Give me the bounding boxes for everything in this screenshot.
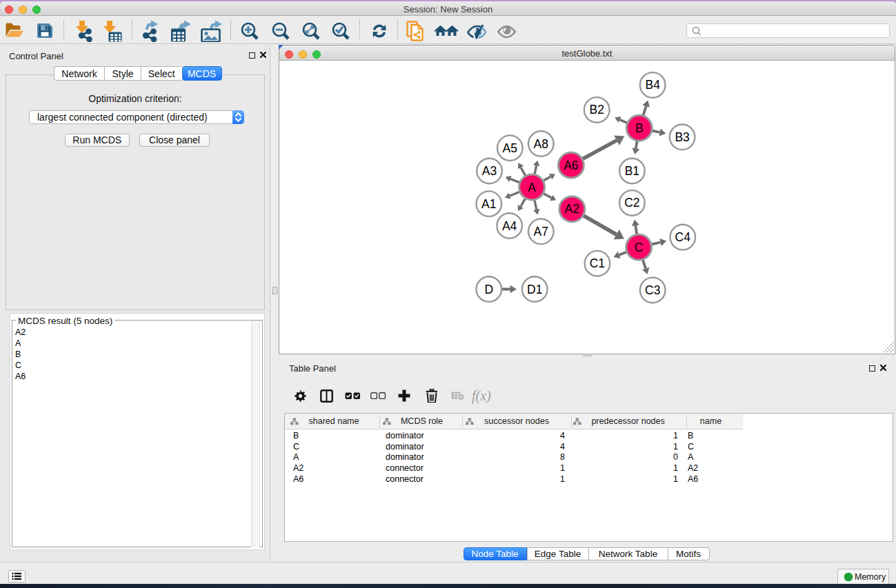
svg-text:A3: A3: [482, 164, 497, 178]
svg-text:B3: B3: [675, 130, 689, 144]
svg-text:A4: A4: [502, 219, 517, 233]
svg-text:A7: A7: [534, 225, 548, 239]
svg-text:C3: C3: [645, 283, 660, 297]
svg-text:B4: B4: [645, 78, 660, 92]
svg-text:D: D: [484, 283, 493, 296]
svg-text:A2: A2: [565, 202, 579, 216]
svg-text:B1: B1: [625, 164, 639, 178]
svg-text:B2: B2: [589, 103, 604, 116]
svg-text:C2: C2: [624, 196, 639, 210]
svg-text:C1: C1: [590, 256, 605, 270]
svg-text:A1: A1: [481, 197, 496, 211]
svg-text:B: B: [635, 121, 644, 135]
svg-text:A: A: [528, 181, 536, 194]
svg-text:C4: C4: [675, 230, 691, 244]
svg-text:D1: D1: [527, 283, 542, 296]
svg-text:C: C: [635, 241, 644, 254]
svg-text:A5: A5: [503, 141, 517, 155]
svg-text:A8: A8: [534, 137, 548, 151]
svg-text:A6: A6: [564, 159, 578, 172]
